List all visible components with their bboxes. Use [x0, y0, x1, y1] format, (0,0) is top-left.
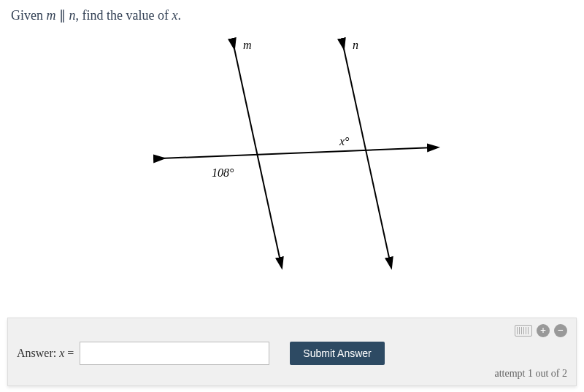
transversal-line [161, 147, 434, 158]
answer-prefix: Answer: [17, 347, 59, 359]
label-n: n [353, 39, 358, 51]
geometry-diagram: m n 108° x° [128, 34, 456, 275]
var-m: m [47, 8, 56, 23]
line-n [343, 45, 391, 264]
answer-label: Answer: x = [17, 347, 74, 360]
question-prefix: Given [11, 8, 47, 23]
diagram-container: m n 108° x° [11, 27, 573, 283]
attempt-counter: attempt 1 out of 2 [17, 368, 567, 380]
question-end: . [177, 8, 181, 23]
answer-input[interactable] [80, 342, 269, 365]
angle-x: x° [339, 135, 350, 147]
angle-108: 108° [212, 166, 234, 179]
zoom-in-button[interactable]: + [537, 324, 550, 337]
label-m: m [243, 39, 252, 51]
answer-row: Answer: x = Submit Answer [17, 342, 567, 365]
answer-equals: = [64, 347, 74, 359]
question-suffix: , find the value of [76, 8, 172, 23]
var-n: n [69, 8, 76, 23]
parallel-symbol: ∥ [56, 8, 69, 23]
submit-button[interactable]: Submit Answer [290, 342, 384, 365]
answer-panel: + − Answer: x = Submit Answer attempt 1 … [7, 318, 577, 386]
keyboard-icon[interactable] [515, 325, 532, 337]
panel-tools: + − [17, 324, 567, 337]
zoom-out-button[interactable]: − [554, 324, 567, 337]
question-text: Given m ∥ n, find the value of x. [11, 7, 573, 23]
